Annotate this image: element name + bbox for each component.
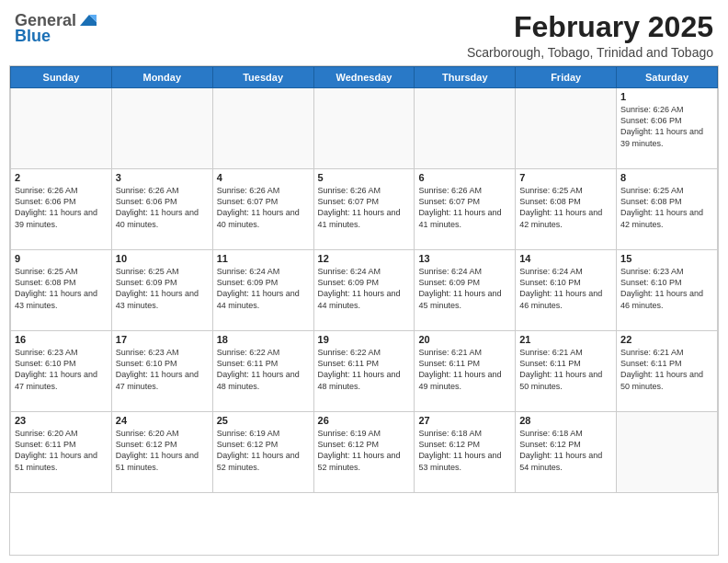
empty-cell (111, 88, 212, 169)
day-cell-20: 20Sunrise: 6:21 AM Sunset: 6:11 PM Dayli… (415, 331, 516, 412)
week-row-3: 9Sunrise: 6:25 AM Sunset: 6:08 PM Daylig… (11, 250, 718, 331)
day-number: 13 (418, 253, 511, 264)
day-cell-25: 25Sunrise: 6:19 AM Sunset: 6:12 PM Dayli… (212, 412, 313, 493)
day-number: 25 (217, 415, 310, 426)
empty-cell (617, 412, 718, 493)
day-cell-5: 5Sunrise: 6:26 AM Sunset: 6:07 PM Daylig… (313, 169, 415, 250)
day-cell-19: 19Sunrise: 6:22 AM Sunset: 6:11 PM Dayli… (313, 331, 415, 412)
day-info: Sunrise: 6:24 AM Sunset: 6:09 PM Dayligh… (217, 266, 310, 311)
header: General Blue February 2025 Scarborough, … (0, 0, 728, 65)
day-info: Sunrise: 6:22 AM Sunset: 6:11 PM Dayligh… (318, 347, 411, 392)
day-cell-22: 22Sunrise: 6:21 AM Sunset: 6:11 PM Dayli… (617, 331, 718, 412)
day-cell-11: 11Sunrise: 6:24 AM Sunset: 6:09 PM Dayli… (212, 250, 313, 331)
day-cell-15: 15Sunrise: 6:23 AM Sunset: 6:10 PM Dayli… (617, 250, 718, 331)
day-info: Sunrise: 6:24 AM Sunset: 6:10 PM Dayligh… (519, 266, 612, 311)
day-info: Sunrise: 6:22 AM Sunset: 6:11 PM Dayligh… (217, 347, 310, 392)
day-number: 22 (620, 334, 713, 345)
day-header-thursday: Thursday (415, 67, 516, 88)
day-info: Sunrise: 6:25 AM Sunset: 6:08 PM Dayligh… (15, 266, 108, 311)
day-number: 20 (418, 334, 511, 345)
day-number: 11 (217, 253, 310, 264)
day-number: 27 (418, 415, 511, 426)
day-cell-1: 1Sunrise: 6:26 AM Sunset: 6:06 PM Daylig… (617, 88, 718, 169)
day-info: Sunrise: 6:23 AM Sunset: 6:10 PM Dayligh… (620, 266, 713, 311)
day-info: Sunrise: 6:19 AM Sunset: 6:12 PM Dayligh… (217, 428, 310, 473)
day-info: Sunrise: 6:26 AM Sunset: 6:06 PM Dayligh… (620, 104, 713, 149)
day-info: Sunrise: 6:19 AM Sunset: 6:12 PM Dayligh… (318, 428, 411, 473)
day-header-tuesday: Tuesday (212, 67, 313, 88)
day-cell-13: 13Sunrise: 6:24 AM Sunset: 6:09 PM Dayli… (415, 250, 516, 331)
empty-cell (415, 88, 516, 169)
day-cell-10: 10Sunrise: 6:25 AM Sunset: 6:09 PM Dayli… (111, 250, 212, 331)
day-info: Sunrise: 6:23 AM Sunset: 6:10 PM Dayligh… (116, 347, 209, 392)
day-info: Sunrise: 6:25 AM Sunset: 6:08 PM Dayligh… (620, 185, 713, 230)
week-row-2: 2Sunrise: 6:26 AM Sunset: 6:06 PM Daylig… (11, 169, 718, 250)
day-cell-14: 14Sunrise: 6:24 AM Sunset: 6:10 PM Dayli… (516, 250, 617, 331)
day-info: Sunrise: 6:26 AM Sunset: 6:07 PM Dayligh… (418, 185, 511, 230)
day-cell-4: 4Sunrise: 6:26 AM Sunset: 6:07 PM Daylig… (212, 169, 313, 250)
day-cell-6: 6Sunrise: 6:26 AM Sunset: 6:07 PM Daylig… (415, 169, 516, 250)
empty-cell (313, 88, 415, 169)
calendar: SundayMondayTuesdayWednesdayThursdayFrid… (9, 65, 719, 556)
day-cell-16: 16Sunrise: 6:23 AM Sunset: 6:10 PM Dayli… (11, 331, 112, 412)
day-cell-2: 2Sunrise: 6:26 AM Sunset: 6:06 PM Daylig… (11, 169, 112, 250)
week-row-1: 1Sunrise: 6:26 AM Sunset: 6:06 PM Daylig… (11, 88, 718, 169)
day-number: 7 (519, 172, 612, 183)
day-info: Sunrise: 6:18 AM Sunset: 6:12 PM Dayligh… (519, 428, 612, 473)
day-number: 4 (217, 172, 310, 183)
day-number: 2 (15, 172, 108, 183)
day-cell-21: 21Sunrise: 6:21 AM Sunset: 6:11 PM Dayli… (516, 331, 617, 412)
day-number: 5 (318, 172, 411, 183)
day-info: Sunrise: 6:24 AM Sunset: 6:09 PM Dayligh… (318, 266, 411, 311)
day-cell-8: 8Sunrise: 6:25 AM Sunset: 6:08 PM Daylig… (617, 169, 718, 250)
day-cell-3: 3Sunrise: 6:26 AM Sunset: 6:06 PM Daylig… (111, 169, 212, 250)
day-header-wednesday: Wednesday (313, 67, 415, 88)
page: General Blue February 2025 Scarborough, … (0, 0, 728, 563)
days-header-row: SundayMondayTuesdayWednesdayThursdayFrid… (11, 67, 718, 88)
day-number: 23 (15, 415, 108, 426)
day-number: 12 (318, 253, 411, 264)
day-cell-24: 24Sunrise: 6:20 AM Sunset: 6:12 PM Dayli… (111, 412, 212, 493)
day-cell-27: 27Sunrise: 6:18 AM Sunset: 6:12 PM Dayli… (415, 412, 516, 493)
day-number: 19 (318, 334, 411, 345)
day-info: Sunrise: 6:26 AM Sunset: 6:07 PM Dayligh… (217, 185, 310, 230)
month-title: February 2025 (467, 11, 713, 43)
day-info: Sunrise: 6:25 AM Sunset: 6:08 PM Dayligh… (519, 185, 612, 230)
day-info: Sunrise: 6:20 AM Sunset: 6:11 PM Dayligh… (15, 428, 108, 473)
logo-icon (76, 13, 97, 29)
empty-cell (212, 88, 313, 169)
day-cell-18: 18Sunrise: 6:22 AM Sunset: 6:11 PM Dayli… (212, 331, 313, 412)
day-number: 16 (15, 334, 108, 345)
day-cell-28: 28Sunrise: 6:18 AM Sunset: 6:12 PM Dayli… (516, 412, 617, 493)
day-info: Sunrise: 6:21 AM Sunset: 6:11 PM Dayligh… (620, 347, 713, 392)
day-info: Sunrise: 6:21 AM Sunset: 6:11 PM Dayligh… (519, 347, 612, 392)
day-info: Sunrise: 6:25 AM Sunset: 6:09 PM Dayligh… (116, 266, 209, 311)
day-info: Sunrise: 6:26 AM Sunset: 6:07 PM Dayligh… (318, 185, 411, 230)
title-block: February 2025 Scarborough, Tobago, Trini… (467, 11, 713, 60)
day-info: Sunrise: 6:24 AM Sunset: 6:09 PM Dayligh… (418, 266, 511, 311)
day-cell-23: 23Sunrise: 6:20 AM Sunset: 6:11 PM Dayli… (11, 412, 112, 493)
day-number: 10 (116, 253, 209, 264)
logo: General Blue (15, 11, 97, 46)
day-info: Sunrise: 6:26 AM Sunset: 6:06 PM Dayligh… (116, 185, 209, 230)
day-header-saturday: Saturday (617, 67, 718, 88)
week-row-4: 16Sunrise: 6:23 AM Sunset: 6:10 PM Dayli… (11, 331, 718, 412)
day-number: 15 (620, 253, 713, 264)
day-info: Sunrise: 6:21 AM Sunset: 6:11 PM Dayligh… (418, 347, 511, 392)
empty-cell (516, 88, 617, 169)
day-number: 9 (15, 253, 108, 264)
day-info: Sunrise: 6:23 AM Sunset: 6:10 PM Dayligh… (15, 347, 108, 392)
day-info: Sunrise: 6:26 AM Sunset: 6:06 PM Dayligh… (15, 185, 108, 230)
day-number: 21 (519, 334, 612, 345)
day-header-sunday: Sunday (11, 67, 112, 88)
day-cell-12: 12Sunrise: 6:24 AM Sunset: 6:09 PM Dayli… (313, 250, 415, 331)
day-cell-26: 26Sunrise: 6:19 AM Sunset: 6:12 PM Dayli… (313, 412, 415, 493)
subtitle: Scarborough, Tobago, Trinidad and Tobago (467, 45, 713, 60)
day-cell-17: 17Sunrise: 6:23 AM Sunset: 6:10 PM Dayli… (111, 331, 212, 412)
day-info: Sunrise: 6:18 AM Sunset: 6:12 PM Dayligh… (418, 428, 511, 473)
day-cell-7: 7Sunrise: 6:25 AM Sunset: 6:08 PM Daylig… (516, 169, 617, 250)
day-cell-9: 9Sunrise: 6:25 AM Sunset: 6:08 PM Daylig… (11, 250, 112, 331)
day-number: 6 (418, 172, 511, 183)
day-header-friday: Friday (516, 67, 617, 88)
day-number: 28 (519, 415, 612, 426)
